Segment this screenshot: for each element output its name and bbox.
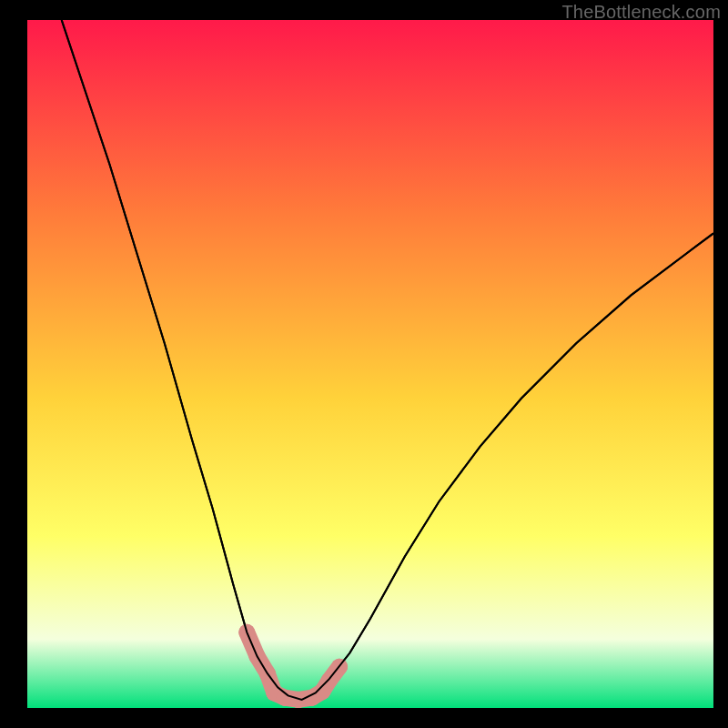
gradient-background bbox=[27, 20, 713, 708]
plot-area bbox=[27, 20, 713, 708]
chart-svg bbox=[27, 20, 713, 708]
marker-dot bbox=[290, 692, 307, 708]
marker-dot bbox=[321, 672, 338, 689]
chart-frame: TheBottleneck.com bbox=[0, 0, 728, 728]
